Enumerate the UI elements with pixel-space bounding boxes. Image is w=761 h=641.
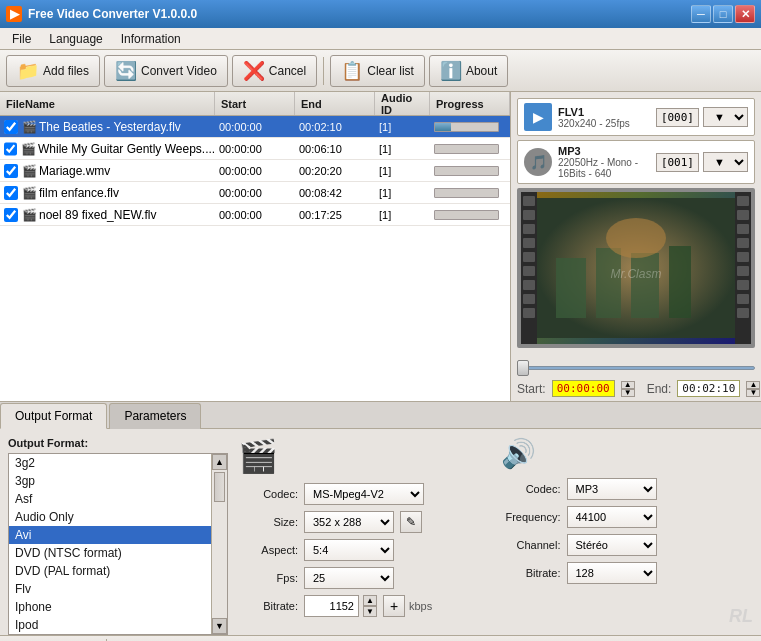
bitrate-spinner: ▲ ▼ (363, 595, 377, 617)
bitrate-spin-down[interactable]: ▼ (363, 606, 377, 617)
end-spin-down[interactable]: ▼ (746, 389, 760, 397)
video-track-icon: ▶ (524, 103, 552, 131)
file-list-header: FileName Start End Audio ID Progress (0, 92, 510, 116)
column-filename: FileName (0, 92, 215, 115)
table-row[interactable]: 🎬 noel 89 fixed_NEW.flv 00:00:00 00:17:2… (0, 204, 510, 226)
aspect-label: Aspect: (238, 544, 298, 556)
table-row[interactable]: 🎬 film enfance.flv 00:00:00 00:08:42 [1] (0, 182, 510, 204)
file-icon: 🎬 (22, 120, 37, 134)
start-spin-down[interactable]: ▼ (621, 389, 635, 397)
video-content: Mr.Clasm (536, 192, 736, 344)
size-select[interactable]: 352 x 288 (304, 511, 394, 533)
audio-bitrate-label: Bitrate: (501, 567, 561, 579)
file-checkbox[interactable] (4, 208, 18, 222)
menu-language[interactable]: Language (41, 30, 110, 48)
file-checkbox[interactable] (4, 186, 18, 200)
frequency-label: Frequency: (501, 511, 561, 523)
list-item-selected[interactable]: Avi (9, 526, 211, 544)
timeline-track (517, 366, 755, 370)
about-icon: ℹ️ (440, 60, 462, 82)
audio-track-code: [001] (656, 153, 699, 172)
clear-icon: 📋 (341, 60, 363, 82)
video-preview: Mr.Clasm (517, 188, 755, 348)
cancel-button[interactable]: ❌ Cancel (232, 55, 317, 87)
size-label: Size: (238, 516, 298, 528)
kbps-label: kbps (409, 600, 432, 612)
file-end-cell: 00:06:10 (295, 141, 375, 157)
list-item[interactable]: 3gp (9, 472, 211, 490)
bitrate-spin-up[interactable]: ▲ (363, 595, 377, 606)
list-item[interactable]: Flv (9, 580, 211, 598)
file-audio-cell: [1] (375, 141, 430, 157)
scroll-down-button[interactable]: ▼ (212, 618, 227, 634)
scroll-up-button[interactable]: ▲ (212, 454, 227, 470)
about-button[interactable]: ℹ️ About (429, 55, 508, 87)
size-row: Size: 352 x 288 ✎ (238, 511, 491, 533)
format-list-label: Output Format: (8, 437, 228, 449)
timeline-thumb[interactable] (517, 360, 529, 376)
menu-bar: File Language Information (0, 28, 761, 50)
close-button[interactable]: ✕ (735, 5, 755, 23)
menu-file[interactable]: File (4, 30, 39, 48)
timeline-slider[interactable] (517, 360, 755, 376)
svg-point-5 (606, 218, 666, 258)
codec-select[interactable]: MS-Mpeg4-V2 (304, 483, 424, 505)
maximize-button[interactable]: □ (713, 5, 733, 23)
audio-track-icon: 🎵 (524, 148, 552, 176)
frequency-select[interactable]: 44100 (567, 506, 657, 528)
list-item[interactable]: Iphone (9, 598, 211, 616)
channel-select[interactable]: Stéréo (567, 534, 657, 556)
list-item[interactable]: DVD (PAL format) (9, 562, 211, 580)
size-edit-button[interactable]: ✎ (400, 511, 422, 533)
svg-rect-3 (631, 253, 659, 318)
audio-codec-select[interactable]: MP3 (567, 478, 657, 500)
output-tabs: Output Format Parameters (0, 402, 761, 429)
start-label: Start: (517, 382, 546, 396)
aspect-select[interactable]: 5:4 (304, 539, 394, 561)
convert-video-button[interactable]: 🔄 Convert Video (104, 55, 228, 87)
table-row[interactable]: 🎬 The Beatles - Yesterday.flv 00:00:00 0… (0, 116, 510, 138)
file-checkbox[interactable] (4, 142, 17, 156)
audio-bitrate-row: Bitrate: 128 (501, 562, 754, 584)
column-end: End (295, 92, 375, 115)
file-checkbox[interactable] (4, 120, 18, 134)
filmstrip-right (735, 192, 751, 344)
file-audio-cell: [1] (375, 207, 430, 223)
end-time-spinner[interactable]: ▲ ▼ (746, 381, 760, 397)
tab-parameters[interactable]: Parameters (109, 403, 201, 429)
bitrate-input[interactable] (304, 595, 359, 617)
list-item[interactable]: Ipod (9, 616, 211, 634)
channel-row: Channel: Stéréo (501, 534, 754, 556)
channel-label: Channel: (501, 539, 561, 551)
table-row[interactable]: 🎬 While My Guitar Gently Weeps.... 00:00… (0, 138, 510, 160)
file-list-body: 🎬 The Beatles - Yesterday.flv 00:00:00 0… (0, 116, 510, 401)
cancel-icon: ❌ (243, 60, 265, 82)
file-start-cell: 00:00:00 (215, 119, 295, 135)
audio-track-select[interactable]: ▼ (703, 152, 748, 172)
end-time-value: 00:02:10 (677, 380, 740, 397)
table-row[interactable]: 🎬 Mariage.wmv 00:00:00 00:20:20 [1] (0, 160, 510, 182)
audio-bitrate-select[interactable]: 128 (567, 562, 657, 584)
menu-information[interactable]: Information (113, 30, 189, 48)
add-files-button[interactable]: 📁 Add files (6, 55, 100, 87)
file-progress-cell (430, 164, 510, 178)
start-time-spinner[interactable]: ▲ ▼ (621, 381, 635, 397)
file-progress-cell (430, 142, 510, 156)
file-list-section: FileName Start End Audio ID Progress 🎬 T… (0, 92, 511, 401)
list-item[interactable]: DVD (NTSC format) (9, 544, 211, 562)
bitrate-plus-button[interactable]: + (383, 595, 405, 617)
fps-select[interactable]: 25 (304, 567, 394, 589)
toolbar-separator (323, 57, 324, 85)
list-item[interactable]: 3g2 (9, 454, 211, 472)
title-bar: ▶ Free Video Converter V1.0.0.0 ─ □ ✕ (0, 0, 761, 28)
clear-list-button[interactable]: 📋 Clear list (330, 55, 425, 87)
video-track-select[interactable]: ▼ (703, 107, 748, 127)
scroll-thumb[interactable] (214, 472, 225, 502)
file-end-cell: 00:17:25 (295, 207, 375, 223)
tab-output-format[interactable]: Output Format (0, 403, 107, 429)
list-item[interactable]: Audio Only (9, 508, 211, 526)
minimize-button[interactable]: ─ (691, 5, 711, 23)
column-audio: Audio ID (375, 92, 430, 115)
list-item[interactable]: Asf (9, 490, 211, 508)
file-checkbox[interactable] (4, 164, 18, 178)
